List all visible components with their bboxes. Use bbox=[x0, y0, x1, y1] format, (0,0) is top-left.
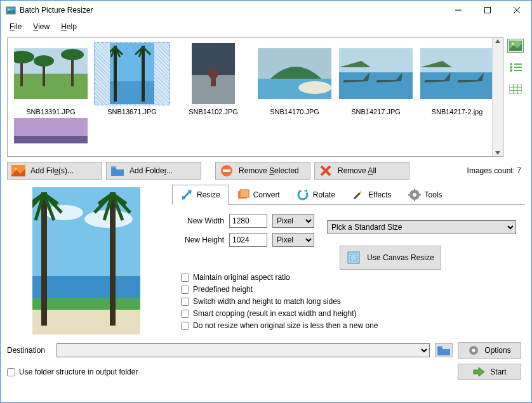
thumb-item[interactable]: SNB13391.JPG bbox=[10, 41, 91, 117]
thumbnail-gallery[interactable]: SNB13391.JPG SNB13671.JPG SNB14102.JPG S… bbox=[7, 37, 503, 157]
button-label: Start bbox=[490, 367, 506, 376]
resize-icon bbox=[180, 188, 193, 201]
preview-image bbox=[7, 185, 166, 337]
smart-cropping-checkbox[interactable]: Smart cropping (result in exact width an… bbox=[181, 309, 519, 318]
minimize-button[interactable] bbox=[444, 1, 473, 20]
thumb-label: SNB14217.JPG bbox=[336, 108, 415, 116]
destination-row: Destination Options bbox=[7, 342, 525, 359]
menu-file[interactable]: File bbox=[4, 21, 27, 32]
view-thumbnails-icon[interactable] bbox=[507, 39, 524, 53]
thumb-item[interactable]: SNB13671.JPG bbox=[91, 41, 173, 117]
svg-rect-47 bbox=[223, 169, 230, 172]
tab-rotate[interactable]: Rotate bbox=[288, 185, 343, 205]
predefined-height-checkbox[interactable]: Predefined height bbox=[181, 285, 519, 294]
view-list-icon[interactable] bbox=[507, 60, 524, 74]
thumb-label: SNB14170.JPG bbox=[255, 108, 334, 116]
svg-rect-34 bbox=[514, 63, 522, 65]
folder-structure-checkbox[interactable]: Use folder structure in output folder bbox=[7, 367, 138, 377]
svg-point-37 bbox=[510, 69, 512, 72]
height-label: New Height bbox=[178, 235, 224, 244]
switch-wh-checkbox[interactable]: Switch width and height to match long si… bbox=[181, 297, 519, 306]
start-button[interactable]: Start bbox=[458, 364, 521, 380]
add-files-button[interactable]: Add File(s)... bbox=[7, 162, 102, 180]
tools-icon bbox=[408, 188, 421, 201]
svg-rect-30 bbox=[14, 136, 88, 143]
remove-all-icon bbox=[319, 164, 333, 177]
button-label: Add Folder... bbox=[130, 166, 173, 175]
effects-icon bbox=[352, 188, 364, 201]
tab-label: Resize bbox=[197, 190, 220, 199]
folder-icon bbox=[110, 164, 124, 177]
close-button[interactable] bbox=[502, 1, 531, 20]
destination-select[interactable] bbox=[57, 343, 430, 357]
button-label: Remove All bbox=[338, 166, 376, 175]
thumb-label: SNB14217-2.jpg bbox=[418, 108, 496, 116]
resize-form: New Width Pixel New Height Pixel Pick a … bbox=[172, 204, 525, 337]
view-grid-icon[interactable] bbox=[507, 82, 524, 96]
standard-size-select[interactable]: Pick a Standard Size bbox=[327, 220, 516, 234]
remove-all-button[interactable]: Remove All bbox=[314, 162, 409, 180]
images-count: Images count: 7 bbox=[467, 166, 525, 175]
svg-point-35 bbox=[510, 66, 512, 69]
thumb-item[interactable]: SNB14217-2.jpg bbox=[416, 41, 498, 117]
thumb-item[interactable]: SNB14102.JPG bbox=[173, 41, 254, 117]
svg-rect-54 bbox=[32, 308, 140, 334]
gallery-scrollbar[interactable] bbox=[492, 38, 503, 156]
svg-point-13 bbox=[61, 49, 84, 60]
start-icon bbox=[472, 367, 485, 377]
canvas-icon bbox=[347, 251, 361, 265]
aspect-ratio-checkbox[interactable]: Maintain original aspect ratio bbox=[181, 273, 519, 282]
tab-resize[interactable]: Resize bbox=[172, 185, 229, 205]
button-label: Remove Selected bbox=[239, 166, 299, 175]
image-icon bbox=[11, 164, 25, 177]
svg-rect-36 bbox=[514, 67, 522, 68]
tab-label: Rotate bbox=[313, 190, 335, 199]
thumb-item[interactable] bbox=[10, 117, 91, 157]
tab-label: Effects bbox=[368, 190, 391, 199]
width-input[interactable] bbox=[229, 214, 267, 228]
tab-convert[interactable]: Convert bbox=[229, 185, 288, 205]
svg-rect-3 bbox=[485, 8, 491, 13]
width-unit-select[interactable]: Pixel bbox=[272, 214, 314, 228]
add-folder-button[interactable]: Add Folder... bbox=[106, 162, 201, 180]
gear-icon bbox=[468, 345, 479, 356]
maximize-button[interactable] bbox=[473, 1, 502, 20]
svg-rect-68 bbox=[348, 252, 359, 263]
destination-label: Destination bbox=[7, 346, 51, 355]
menu-help[interactable]: Help bbox=[56, 21, 82, 32]
thumb-item[interactable]: SNB14217.JPG bbox=[335, 41, 416, 117]
svg-rect-27 bbox=[420, 48, 494, 72]
canvas-resize-button[interactable]: Use Canvas Resize bbox=[340, 246, 441, 270]
app-icon bbox=[6, 5, 16, 15]
svg-rect-39 bbox=[509, 84, 522, 94]
tab-label: Convert bbox=[253, 190, 280, 199]
button-label: Add File(s)... bbox=[30, 166, 74, 175]
button-label: Options bbox=[484, 346, 510, 355]
svg-rect-57 bbox=[110, 192, 116, 326]
titlebar: Batch Picture Resizer bbox=[1, 1, 531, 20]
tab-label: Tools bbox=[425, 190, 442, 199]
thumb-label: SNB13671.JPG bbox=[93, 108, 171, 116]
view-tools bbox=[507, 37, 525, 157]
remove-icon bbox=[220, 164, 234, 177]
options-button[interactable]: Options bbox=[458, 342, 521, 359]
svg-rect-21 bbox=[211, 74, 216, 86]
menu-view[interactable]: View bbox=[28, 21, 55, 32]
thumb-label: SNB13391.JPG bbox=[11, 108, 90, 116]
browse-folder-button[interactable] bbox=[435, 343, 453, 357]
height-unit-select[interactable]: Pixel bbox=[272, 233, 314, 247]
menubar: File View Help bbox=[1, 20, 531, 34]
no-resize-smaller-checkbox[interactable]: Do not resize when original size is less… bbox=[181, 321, 519, 330]
svg-rect-59 bbox=[240, 190, 249, 197]
height-input[interactable] bbox=[229, 233, 267, 247]
svg-point-63 bbox=[413, 193, 416, 197]
remove-selected-button[interactable]: Remove Selected bbox=[215, 162, 310, 180]
thumb-item[interactable]: SNB14170.JPG bbox=[254, 41, 335, 117]
svg-point-11 bbox=[34, 55, 54, 67]
convert-icon bbox=[237, 188, 249, 201]
button-label: Use Canvas Resize bbox=[367, 253, 434, 262]
tab-tools[interactable]: Tools bbox=[400, 185, 451, 205]
svg-rect-17 bbox=[142, 46, 145, 102]
tab-effects[interactable]: Effects bbox=[343, 185, 399, 205]
svg-rect-16 bbox=[114, 46, 117, 102]
